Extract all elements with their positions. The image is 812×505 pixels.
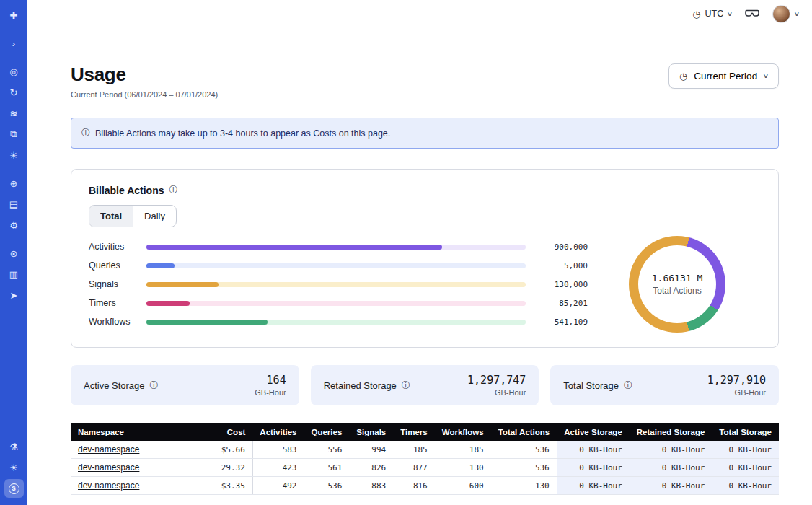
stat-value: 1,297,910: [707, 374, 766, 387]
table-cell: 561: [304, 459, 350, 477]
bar-value: 541,109: [534, 317, 588, 327]
bar-label: Signals: [89, 279, 138, 289]
table-cell: 0 KB-Hour: [712, 459, 779, 477]
nav-deployments[interactable]: ⧉: [4, 125, 24, 144]
bar-row-signals: Signals130,000: [89, 275, 588, 294]
temporal-logo[interactable]: ✚: [4, 6, 24, 25]
nav-usage-icon: $: [9, 483, 19, 494]
info-banner-text: Billable Actions may take up to 3-4 hour…: [95, 128, 390, 139]
nav-namespaces[interactable]: ◎: [4, 62, 24, 81]
table-cell: 185: [393, 441, 435, 459]
table-cell: 536: [304, 477, 350, 495]
chart-area: Activities900,000Queries5,000Signals130,…: [89, 236, 761, 333]
nav-queues-icon: ≋: [10, 108, 18, 119]
chevron-down-icon: ∨: [763, 73, 769, 79]
col-header: Namespace: [71, 423, 214, 441]
nav-queues[interactable]: ≋: [4, 104, 24, 123]
stat-card: Total Storageⓘ1,297,910GB-Hour: [550, 365, 779, 405]
bar-label: Timers: [89, 298, 138, 308]
tab-daily[interactable]: Daily: [133, 206, 176, 227]
nav-batch-icon: ✳: [10, 150, 18, 161]
bar-value: 5,000: [534, 261, 588, 271]
col-header: Total Storage: [712, 423, 779, 441]
nav-integrations[interactable]: ⊗: [4, 244, 24, 263]
feedback-button[interactable]: [745, 8, 759, 20]
table-cell: 877: [393, 459, 435, 477]
table-cell: 29.32: [214, 459, 253, 477]
page-head: Usage Current Period (06/01/2024 – 07/01…: [71, 63, 779, 99]
avatar: [772, 5, 790, 23]
col-header: Cost: [214, 423, 253, 441]
info-icon[interactable]: ⓘ: [169, 184, 178, 196]
billable-actions-card: Billable Actions ⓘ TotalDaily Activities…: [71, 169, 779, 348]
total-actions-label: Total Actions: [653, 286, 701, 296]
namespace-link[interactable]: dev-namespace: [78, 462, 139, 473]
table-cell: 0 KB-Hour: [557, 459, 630, 477]
nav-usage[interactable]: $: [4, 479, 24, 498]
nav-getting-started[interactable]: ➤: [4, 286, 24, 304]
expand-nav[interactable]: ›: [4, 34, 24, 53]
stat-label: Active Storageⓘ: [84, 379, 159, 392]
bar-fill: [146, 301, 190, 306]
nav-settings-icon: ⚙: [9, 220, 18, 231]
nav-billing-icon: ▤: [9, 199, 18, 210]
namespace-link[interactable]: dev-namespace: [78, 480, 139, 491]
nav-getting-started-icon: ➤: [10, 290, 18, 301]
timezone-selector[interactable]: ◷ UTC ∨: [692, 9, 732, 19]
bar-track: [146, 301, 526, 306]
nav-billing[interactable]: ▤: [4, 195, 24, 214]
col-header: Total Actions: [491, 423, 557, 441]
table-cell: 826: [349, 459, 393, 477]
table-cell: 0 KB-Hour: [630, 459, 712, 477]
donut-chart: 1.66131 M Total Actions: [629, 236, 725, 333]
bar-row-workflows: Workflows541,109: [89, 312, 588, 331]
col-header: Signals: [349, 423, 393, 441]
nav-batch[interactable]: ✳: [4, 146, 24, 164]
nav-theme[interactable]: ☀: [4, 458, 24, 477]
table-cell: 536: [491, 459, 557, 477]
bar-value: 900,000: [534, 242, 588, 252]
stopwatch-icon: ◷: [679, 71, 687, 82]
bar-track: [146, 320, 526, 325]
table-cell: 0 KB-Hour: [712, 441, 779, 459]
namespace-link[interactable]: dev-namespace: [78, 444, 139, 454]
nav-labs[interactable]: ⚗: [4, 437, 24, 456]
bar-label: Workflows: [89, 317, 138, 327]
col-header: Activities: [252, 423, 304, 441]
bar-label: Activities: [89, 242, 138, 252]
tab-total[interactable]: Total: [89, 206, 133, 227]
col-header: Workflows: [435, 423, 491, 441]
nav-labs-icon: ⚗: [9, 442, 18, 452]
table-cell: 600: [435, 477, 491, 495]
nav-recent[interactable]: ↻: [4, 83, 24, 102]
nav-integrations-icon: ⊗: [10, 248, 18, 259]
timezone-label: UTC: [705, 9, 724, 19]
info-icon[interactable]: ⓘ: [624, 379, 632, 392]
info-icon[interactable]: ⓘ: [150, 379, 159, 392]
nav-docs[interactable]: ▥: [4, 265, 24, 284]
stat-unit: GB-Hour: [255, 388, 286, 397]
table-cell: 0 KB-Hour: [557, 441, 630, 459]
stat-value: 164: [255, 374, 286, 387]
app-root: ✚›◎↻≋⧉✳⊕▤⚙⊗▥➤⚗☀$ ◷ UTC ∨ ∨: [0, 0, 812, 505]
info-banner: ⓘ Billable Actions may take up to 3-4 ho…: [71, 118, 779, 149]
stat-unit: GB-Hour: [707, 388, 766, 397]
period-selector-button[interactable]: ◷ Current Period ∨: [668, 63, 779, 89]
donut-center: 1.66131 M Total Actions: [629, 236, 725, 333]
info-icon[interactable]: ⓘ: [402, 379, 410, 392]
nav-regions[interactable]: ⊕: [4, 174, 24, 193]
stat-unit: GB-Hour: [467, 388, 526, 397]
bar-value: 130,000: [534, 280, 588, 289]
bar-fill: [146, 282, 219, 287]
bar-row-activities: Activities900,000: [89, 237, 588, 256]
bar-row-queries: Queries5,000: [89, 256, 588, 275]
user-menu[interactable]: ∨: [772, 5, 799, 23]
nav-settings[interactable]: ⚙: [4, 216, 24, 234]
chevron-down-icon: ∨: [727, 11, 733, 17]
nav-theme-icon: ☀: [9, 462, 18, 473]
total-actions-value: 1.66131 M: [652, 273, 702, 284]
table-cell: 556: [304, 441, 350, 459]
usage-page: Usage Current Period (06/01/2024 – 07/01…: [27, 27, 812, 505]
table-cell: 130: [491, 477, 557, 495]
table-row: dev-namespace$3.354925368838166001300 KB…: [71, 477, 779, 495]
